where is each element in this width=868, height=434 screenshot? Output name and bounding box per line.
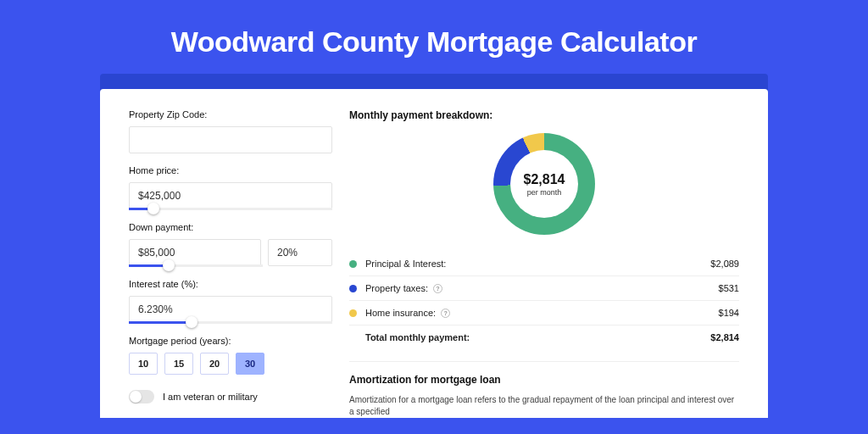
down-payment-amount-input[interactable] <box>129 239 261 266</box>
toggle-knob <box>130 391 142 403</box>
donut-sublabel: per month <box>527 188 562 197</box>
page-title: Woodward County Mortgage Calculator <box>0 0 868 74</box>
card-inner: Property Zip Code: Home price: Down paym… <box>100 89 768 418</box>
legend-dot-hi <box>349 309 357 317</box>
veteran-toggle[interactable] <box>129 390 154 403</box>
breakdown-label-total: Total monthly payment: <box>365 332 710 342</box>
amortization-title: Amortization for mortgage loan <box>349 374 739 386</box>
period-30-button[interactable]: 30 <box>236 353 264 375</box>
veteran-label: I am veteran or military <box>163 392 258 402</box>
breakdown-column: Monthly payment breakdown: $2,814 per mo… <box>349 109 739 418</box>
legend-dot-pi <box>349 260 357 268</box>
down-payment-slider[interactable] <box>129 264 263 267</box>
field-zip: Property Zip Code: <box>129 109 332 153</box>
amortization-text: Amortization for a mortgage loan refers … <box>349 394 739 418</box>
slider-thumb[interactable] <box>186 316 198 328</box>
home-price-input[interactable] <box>129 182 332 209</box>
field-veteran: I am veteran or military <box>129 390 332 403</box>
breakdown-row-total: Total monthly payment: $2,814 <box>349 326 739 349</box>
legend-dot-pt <box>349 285 357 292</box>
slider-thumb[interactable] <box>147 203 159 214</box>
donut-chart: $2,814 per month <box>493 133 595 235</box>
breakdown-label-pt-text: Property taxes: <box>365 283 428 293</box>
interest-rate-slider[interactable] <box>129 321 332 324</box>
card-outer: Property Zip Code: Home price: Down paym… <box>100 74 768 418</box>
period-15-button[interactable]: 15 <box>164 353 193 375</box>
breakdown-value-pi: $2,089 <box>710 259 739 269</box>
breakdown-label-pt: Property taxes: ? <box>365 283 719 293</box>
field-interest-rate: Interest rate (%): <box>129 279 332 324</box>
field-period: Mortgage period (years): 10 15 20 30 <box>129 336 332 375</box>
donut-center: $2,814 per month <box>493 133 595 235</box>
zip-label: Property Zip Code: <box>129 109 332 120</box>
breakdown-list: Principal & Interest: $2,089 Property ta… <box>349 252 739 349</box>
breakdown-value-pt: $531 <box>719 283 739 293</box>
donut-amount: $2,814 <box>524 172 565 187</box>
down-payment-percent-input[interactable] <box>268 239 332 266</box>
field-home-price: Home price: <box>129 165 332 210</box>
breakdown-label-hi-text: Home insurance: <box>365 308 436 318</box>
down-payment-label: Down payment: <box>129 222 332 232</box>
field-down-payment: Down payment: <box>129 222 332 267</box>
slider-thumb[interactable] <box>163 259 175 271</box>
breakdown-value-hi: $194 <box>719 308 739 318</box>
amortization-section: Amortization for mortgage loan Amortizat… <box>349 361 739 418</box>
breakdown-label-hi: Home insurance: ? <box>365 308 719 318</box>
info-icon[interactable]: ? <box>441 309 450 318</box>
zip-input[interactable] <box>129 126 332 153</box>
interest-rate-label: Interest rate (%): <box>129 279 332 289</box>
breakdown-row-hi: Home insurance: ? $194 <box>349 301 739 326</box>
period-buttons: 10 15 20 30 <box>129 353 332 375</box>
donut-chart-wrap: $2,814 per month <box>349 121 739 247</box>
info-icon[interactable]: ? <box>433 284 442 293</box>
home-price-label: Home price: <box>129 165 332 175</box>
form-column: Property Zip Code: Home price: Down paym… <box>129 109 332 418</box>
breakdown-title: Monthly payment breakdown: <box>349 109 739 121</box>
period-label: Mortgage period (years): <box>129 336 332 346</box>
home-price-slider[interactable] <box>129 208 332 210</box>
period-10-button[interactable]: 10 <box>129 353 158 375</box>
interest-rate-input[interactable] <box>129 296 332 323</box>
breakdown-row-pt: Property taxes: ? $531 <box>349 276 739 301</box>
breakdown-label-pi: Principal & Interest: <box>365 259 710 269</box>
breakdown-value-total: $2,814 <box>710 332 739 342</box>
breakdown-row-pi: Principal & Interest: $2,089 <box>349 252 739 276</box>
period-20-button[interactable]: 20 <box>200 353 229 375</box>
